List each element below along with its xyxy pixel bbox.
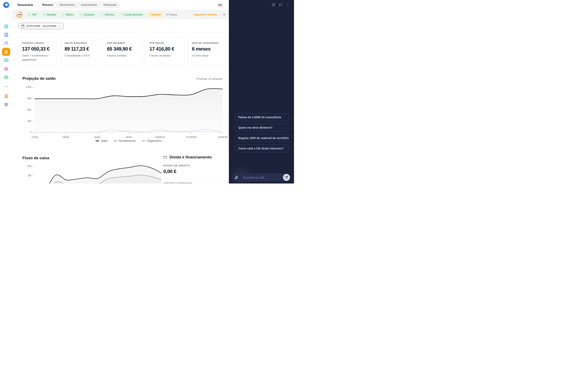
chevron-down-icon (58, 25, 61, 27)
svg-text:23/03: 23/03 (31, 136, 38, 139)
sidebar-item-invoices[interactable] (2, 31, 10, 39)
kpi-por-receber: POR RECEBER 65 349,90 € Faturas emitidas (103, 37, 142, 66)
svg-text:30k: 30k (27, 120, 32, 123)
chat-history-button[interactable] (279, 3, 282, 7)
close-onboarding-button[interactable] (222, 13, 226, 17)
chevron-right-icon (286, 3, 290, 7)
suggestion-quem-deve[interactable]: Quem me deve dinheiro? (235, 124, 289, 132)
close-icon (223, 13, 226, 16)
svg-text:18k: 18k (27, 174, 32, 177)
onboarding-progress-ring: 75% (16, 12, 22, 18)
sidebar-item-settings[interactable] (2, 100, 10, 108)
tab-resumo[interactable]: Resumo (39, 2, 56, 8)
debt-title: Dívida e financiamento (169, 155, 212, 159)
credit-card-icon (163, 155, 167, 159)
step-clientes[interactable]: ✓Clientes (99, 12, 117, 17)
step-banco[interactable]: ✓Banco (60, 12, 76, 17)
sidebar-item-taxes[interactable] (2, 65, 10, 73)
check-icon: ✓ (80, 13, 82, 16)
next-step-link[interactable]: Seguinte: Modelo (194, 13, 217, 16)
legend-saldo[interactable]: Saldo (95, 139, 108, 142)
balance-scale-icon (4, 67, 8, 71)
collapse-panel-button[interactable] (286, 3, 290, 7)
check-icon: ✓ (43, 13, 45, 16)
new-chat-button[interactable] (272, 3, 275, 7)
app-logo-icon[interactable] (3, 2, 9, 8)
chat-input-bar (232, 173, 291, 182)
chat-input[interactable] (243, 173, 280, 182)
dashboard-icon (4, 24, 8, 29)
organization-icon (4, 94, 8, 98)
kpi-saldo-bancario: SALDO BANCÁRIO 89 117,23 € Contabilidade… (61, 37, 100, 66)
open-debt-label: DÍVIDA EM ABERTO (163, 164, 224, 167)
legend-marker-icon (141, 140, 146, 142)
ledger-book-icon (4, 58, 8, 62)
briefcase-icon (4, 75, 8, 80)
date-range-value: 01/01/2026 - 31/12/2026 (26, 25, 56, 27)
sidebar-expand-button[interactable] (2, 82, 10, 91)
filter-row: 01/01/2026 - 31/12/2026 (12, 19, 229, 33)
legend-pagamentos[interactable]: Pagamentos (141, 139, 162, 142)
debt-section: Dívida e financiamento DÍVIDA EM ABERTO … (163, 155, 224, 184)
available-credit-label: CRÉDITO DISPONÍVEL (163, 182, 224, 184)
balance-projection-chart: 120k90k60k30k023/0306/0420/0404/0518/05/… (12, 83, 229, 142)
kpi-dias-tesouraria: DIAS DE TESOURARIA 6 meses Ao ritmo atua… (188, 37, 227, 66)
invoices-icon (4, 33, 8, 37)
tab-instrumentos[interactable]: Instrumentos (78, 2, 100, 8)
kpi-posicao-liquida: POSIÇÃO LÍQUIDA 137 050,33 € Saldo + rec… (18, 37, 57, 66)
svg-text:60k: 60k (27, 108, 32, 111)
check-icon: ✓ (29, 13, 31, 16)
assistant-panel: Fatura de 2.000€ de consultoria Quem me … (229, 0, 294, 184)
sidebar-item-organization[interactable] (2, 92, 10, 100)
step-primeira-fatura: 1ª Fatura (165, 13, 178, 16)
svg-text:0: 0 (30, 131, 31, 134)
sidebar-item-dashboard[interactable] (2, 22, 10, 30)
svg-text:06/04: 06/04 (63, 136, 69, 139)
send-button[interactable] (283, 174, 290, 181)
tab-remessas[interactable]: Remessas (100, 2, 120, 8)
check-icon: ✓ (121, 13, 123, 16)
check-icon: ✓ (101, 13, 103, 16)
legend-marker-icon (113, 140, 117, 142)
sidebar-item-ledger[interactable] (2, 56, 10, 64)
suggestion-regista[interactable]: Regista 150€ de material de escritório (235, 134, 289, 142)
projection-chart-subtitle: Próximas 13 semanas (12, 77, 223, 80)
attachment-paperclip-icon[interactable] (235, 176, 238, 179)
sidebar-item-contacts[interactable] (2, 39, 10, 47)
assistant-suggestions: Fatura de 2.000€ de consultoria Quem me … (235, 113, 289, 152)
settings-gear-icon (4, 102, 8, 107)
topbar: Tesouraria Resumo Movimentos Instrumento… (0, 0, 229, 10)
svg-text:24k: 24k (27, 165, 32, 167)
svg-text:90k: 90k (27, 97, 32, 100)
treasury-dashboard: Tesouraria Resumo Movimentos Instrumento… (0, 0, 294, 184)
kpi-cards: POSIÇÃO LÍQUIDA 137 050,33 € Saldo + rec… (18, 37, 227, 66)
step-contacto[interactable]: ✓Contacto (78, 12, 97, 17)
user-avatar[interactable]: DE (217, 2, 224, 8)
sidebar-item-treasury[interactable] (2, 48, 10, 56)
step-modelo[interactable]: ›Modelo (147, 12, 163, 17)
date-range-picker[interactable]: 01/01/2026 - 31/12/2026 (18, 23, 64, 29)
check-icon: ✓ (63, 13, 65, 16)
legend-recebimentos[interactable]: Recebimentos (113, 139, 136, 142)
chart-legend: Saldo Recebimentos Pagamentos (35, 139, 223, 142)
svg-text:15/06/26: 15/06/26 (218, 136, 228, 139)
step-nif[interactable]: ✓NIF (26, 12, 39, 17)
svg-text:18/05/26: 18/05/26 (155, 136, 165, 139)
onboarding-bar: 75% ✓NIF ✓Morada ✓Banco ✓Contacto ✓Clien… (12, 10, 229, 19)
cashflow-chart: 24k18k (12, 159, 164, 184)
debt-header: Dívida e financiamento (163, 155, 224, 159)
suggestion-fatura[interactable]: Fatura de 2.000€ de consultoria (235, 113, 289, 121)
tab-movimentos[interactable]: Movimentos (56, 2, 78, 8)
suggestion-iva[interactable]: Como está o IVA deste trimestre? (235, 144, 289, 152)
page-title: Tesouraria (17, 3, 33, 7)
chat-bubble-icon (279, 3, 282, 7)
step-morada[interactable]: ✓Morada (41, 12, 58, 17)
contacts-icon (4, 41, 8, 45)
svg-text:20/04: 20/04 (94, 136, 100, 139)
step-conta-bancaria[interactable]: ✓Conta bancária (119, 12, 145, 17)
treasury-bank-icon (4, 50, 8, 54)
sidebar-item-assets[interactable] (2, 73, 10, 81)
assistant-toolbar (272, 3, 290, 7)
kpi-por-pagar: POR PAGAR 17 416,80 € Faturas recebidas (146, 37, 185, 66)
divider (163, 178, 224, 179)
